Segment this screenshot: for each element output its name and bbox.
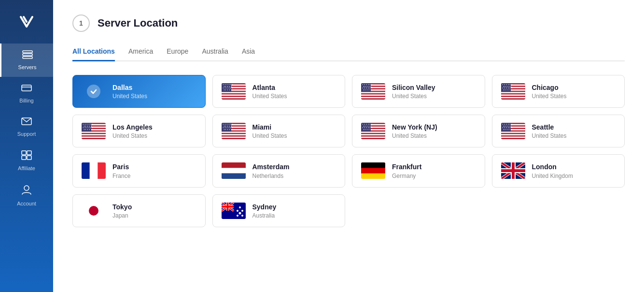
location-name-miami: Miami xyxy=(252,123,336,131)
svg-point-10 xyxy=(24,186,29,190)
location-card-los-angeles[interactable]: ★ ★ ★ ★ ★ ★ ★ ★ ★ ★ ★ ★ ★ ★ ★ ★ ★ ★ ★ ★ … xyxy=(72,115,206,147)
location-grid: DallasUnited States ★ ★ ★ ★ ★ ★ ★ ★ ★ ★ … xyxy=(72,75,625,227)
support-icon xyxy=(21,117,32,128)
flag-fr xyxy=(82,162,106,179)
svg-text:★ ★ ★ ★ ★: ★ ★ ★ ★ ★ xyxy=(223,129,232,131)
location-name-dallas: Dallas xyxy=(112,83,196,92)
svg-rect-9 xyxy=(27,156,31,160)
svg-text:★ ★ ★ ★ ★: ★ ★ ★ ★ ★ xyxy=(503,129,511,131)
flag-us xyxy=(82,83,106,100)
svg-rect-65 xyxy=(222,137,246,138)
svg-rect-87 xyxy=(501,131,525,133)
svg-rect-88 xyxy=(501,134,525,136)
svg-text:★ ★ ★ ★ ★: ★ ★ ★ ★ ★ xyxy=(223,89,232,91)
svg-rect-7 xyxy=(27,151,31,155)
tab-europe[interactable]: Europe xyxy=(167,44,188,61)
flag-us: ★ ★ ★ ★ ★ ★ ★ ★ ★ ★ ★ ★ ★ ★ ★ ★ ★ ★ ★ ★ … xyxy=(361,83,385,100)
svg-point-114 xyxy=(238,212,241,214)
location-info-tokyo: TokyoJapan xyxy=(112,203,196,219)
location-card-miami[interactable]: ★ ★ ★ ★ ★ ★ ★ ★ ★ ★ ★ ★ ★ ★ ★ ★ ★ ★ ★ ★ … xyxy=(212,115,346,147)
svg-rect-0 xyxy=(23,51,32,53)
location-info-chicago: ChicagoUnited States xyxy=(532,83,616,100)
location-country-new-york: United States xyxy=(392,132,476,139)
location-name-chicago: Chicago xyxy=(532,83,616,92)
tab-america[interactable]: America xyxy=(128,44,153,61)
location-country-paris: France xyxy=(112,173,196,179)
svg-rect-97 xyxy=(82,162,90,179)
svg-rect-103 xyxy=(361,162,385,168)
flag-au xyxy=(222,203,246,219)
svg-rect-15 xyxy=(222,92,246,93)
svg-text:★ ★ ★ ★ ★: ★ ★ ★ ★ ★ xyxy=(363,89,372,91)
affiliate-icon xyxy=(21,150,32,162)
location-name-seattle: Seattle xyxy=(532,123,616,131)
svg-rect-8 xyxy=(22,156,26,160)
location-country-los-angeles: United States xyxy=(112,132,196,139)
svg-rect-3 xyxy=(22,85,31,91)
sidebar-item-account[interactable]: Account xyxy=(0,178,53,213)
svg-text:★ ★ ★ ★ ★: ★ ★ ★ ★ ★ xyxy=(363,129,372,131)
svg-rect-16 xyxy=(222,94,246,96)
svg-rect-99 xyxy=(222,168,246,174)
location-country-silicon-valley: United States xyxy=(392,93,476,100)
location-name-london: London xyxy=(532,162,616,171)
location-name-new-york: New York (NJ) xyxy=(392,123,476,131)
sidebar-item-servers-label: Servers xyxy=(18,64,37,70)
svg-rect-51 xyxy=(82,131,106,133)
location-country-seattle: United States xyxy=(532,132,616,139)
svg-point-111 xyxy=(241,210,243,212)
svg-point-112 xyxy=(237,215,238,217)
sidebar-item-billing-label: Billing xyxy=(19,98,33,103)
location-card-tokyo[interactable]: TokyoJapan xyxy=(72,194,206,227)
svg-rect-40 xyxy=(501,94,525,96)
location-card-silicon-valley[interactable]: ★ ★ ★ ★ ★ ★ ★ ★ ★ ★ ★ ★ ★ ★ ★ ★ ★ ★ ★ ★ … xyxy=(352,75,485,108)
main-content: 1 Server Location All Locations America … xyxy=(53,0,644,292)
flag-us: ★ ★ ★ ★ ★ ★ ★ ★ ★ ★ ★ ★ ★ ★ ★ ★ ★ ★ ★ ★ … xyxy=(361,123,385,139)
location-card-frankfurt[interactable]: FrankfurtGermany xyxy=(352,154,485,187)
svg-rect-63 xyxy=(222,131,246,133)
selected-check-circle xyxy=(87,85,100,98)
flag-us: ★ ★ ★ ★ ★ ★ ★ ★ ★ ★ ★ ★ ★ ★ ★ ★ ★ ★ ★ ★ … xyxy=(501,123,525,139)
svg-point-106 xyxy=(89,206,98,216)
svg-rect-17 xyxy=(222,97,246,99)
sidebar-item-billing[interactable]: Billing xyxy=(0,77,53,110)
sidebar-item-support[interactable]: Support xyxy=(0,110,53,144)
sidebar-item-affiliate[interactable]: Affiliate xyxy=(0,144,53,178)
location-card-london[interactable]: LondonUnited Kingdom xyxy=(492,154,625,187)
location-name-los-angeles: Los Angeles xyxy=(112,123,196,131)
sidebar-item-account-label: Account xyxy=(17,201,36,206)
location-card-atlanta[interactable]: ★ ★ ★ ★ ★ ★ ★ ★ ★ ★ ★ ★ ★ ★ ★ ★ ★ ★ ★ ★ … xyxy=(212,75,346,108)
flag-gb xyxy=(501,162,525,179)
flag-us: ★ ★ ★ ★ ★ ★ ★ ★ ★ ★ ★ ★ ★ ★ ★ ★ ★ ★ ★ ★ … xyxy=(501,83,525,100)
location-info-seattle: SeattleUnited States xyxy=(532,123,616,139)
svg-text:★ ★ ★ ★ ★: ★ ★ ★ ★ ★ xyxy=(503,89,511,91)
svg-rect-89 xyxy=(501,137,525,138)
sidebar-item-servers[interactable]: Servers xyxy=(0,44,53,77)
sidebar-item-affiliate-label: Affiliate xyxy=(18,165,35,171)
location-country-dallas: United States xyxy=(112,93,196,100)
location-name-amsterdam: Amsterdam xyxy=(252,162,336,171)
svg-rect-2 xyxy=(23,57,32,58)
location-name-sydney: Sydney xyxy=(252,203,336,211)
location-name-silicon-valley: Silicon Valley xyxy=(392,83,476,92)
location-card-chicago[interactable]: ★ ★ ★ ★ ★ ★ ★ ★ ★ ★ ★ ★ ★ ★ ★ ★ ★ ★ ★ ★ … xyxy=(492,75,625,108)
location-info-atlanta: AtlantaUnited States xyxy=(252,83,336,100)
tab-asia[interactable]: Asia xyxy=(242,44,255,61)
step-indicator: 1 xyxy=(72,15,90,32)
location-name-tokyo: Tokyo xyxy=(112,203,196,211)
tab-australia[interactable]: Australia xyxy=(202,44,228,61)
location-card-dallas[interactable]: DallasUnited States xyxy=(72,75,206,108)
svg-text:★ ★ ★ ★ ★: ★ ★ ★ ★ ★ xyxy=(84,129,92,131)
location-card-new-york[interactable]: ★ ★ ★ ★ ★ ★ ★ ★ ★ ★ ★ ★ ★ ★ ★ ★ ★ ★ ★ ★ … xyxy=(352,115,485,147)
tab-all-locations[interactable]: All Locations xyxy=(72,44,115,61)
location-info-paris: ParisFrance xyxy=(112,162,196,179)
location-card-sydney[interactable]: SydneyAustralia xyxy=(212,194,346,227)
location-card-amsterdam[interactable]: AmsterdamNetherlands xyxy=(212,154,346,187)
svg-rect-6 xyxy=(22,151,26,155)
location-info-new-york: New York (NJ)United States xyxy=(392,123,476,139)
location-card-seattle[interactable]: ★ ★ ★ ★ ★ ★ ★ ★ ★ ★ ★ ★ ★ ★ ★ ★ ★ ★ ★ ★ … xyxy=(492,115,625,147)
location-card-paris[interactable]: ParisFrance xyxy=(72,154,206,187)
svg-point-110 xyxy=(237,210,238,212)
servers-icon xyxy=(22,50,33,61)
svg-rect-100 xyxy=(222,174,246,179)
